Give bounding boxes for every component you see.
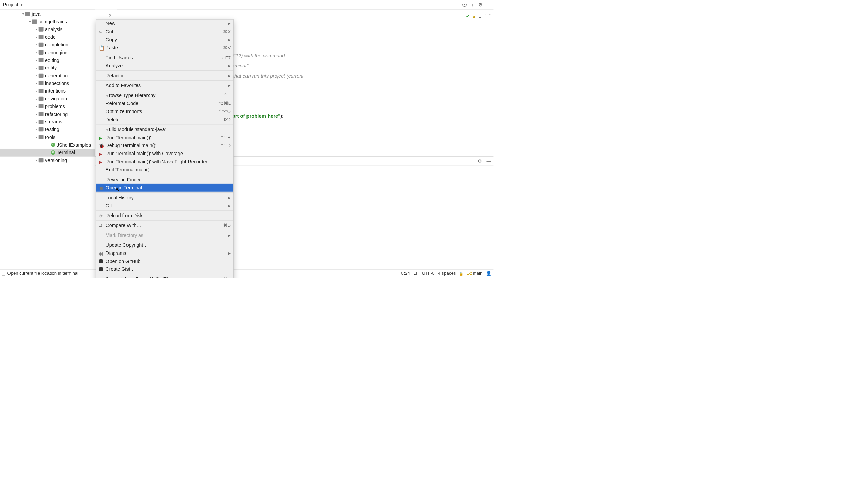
disclosure-twistie-icon[interactable]: ▸	[35, 27, 38, 32]
menu-item-label: Build Module 'standard-java'	[106, 126, 166, 132]
folder-icon	[39, 66, 44, 70]
disclosure-twistie-icon[interactable]: ▸	[35, 74, 38, 78]
tree-node-analysis[interactable]: ▸analysis	[0, 25, 95, 33]
tree-node-versioning[interactable]: ▸versioning	[0, 157, 95, 164]
menu-item-local-history[interactable]: Local History▸	[96, 194, 233, 202]
chevron-up-icon[interactable]: ˄	[484, 11, 486, 21]
menu-item-build-module-standard-java[interactable]: Build Module 'standard-java'	[96, 125, 233, 134]
editor-inspections-widget[interactable]: ✔ ▲ 1 ˄ ˅	[466, 11, 491, 21]
menu-item-run-terminal-main[interactable]: ▶Run 'Terminal.main()'⌃⇧R	[96, 133, 233, 141]
menu-item-browse-type-hierarchy[interactable]: Browse Type Hierarchy⌃H	[96, 91, 233, 99]
menu-item-find-usages[interactable]: Find Usages⌥F7	[96, 54, 233, 62]
collapse-icon[interactable]: ↕	[469, 1, 476, 8]
disclosure-twistie-icon[interactable]: ▾	[21, 12, 25, 16]
menu-shortcut: ⌘X	[223, 29, 231, 34]
branch-icon	[467, 271, 472, 276]
disclosure-twistie-icon[interactable]: ▸	[35, 66, 38, 70]
disclosure-twistie-icon[interactable]: ▸	[35, 89, 38, 93]
menu-item-run-terminal-main-with-coverage[interactable]: ▶Run 'Terminal.main()' with Coverage	[96, 149, 233, 158]
menu-shortcut: ⌘D	[223, 223, 231, 228]
disclosure-twistie-icon[interactable]: ▸	[35, 35, 38, 39]
run-icon: ▶	[99, 135, 103, 140]
git-branch[interactable]: main	[467, 271, 482, 276]
tree-node-refactoring[interactable]: ▸refactoring	[0, 110, 95, 118]
minimize-icon[interactable]: —	[486, 1, 492, 8]
menu-separator	[96, 240, 233, 240]
inspection-eye-icon[interactable]: 👤	[486, 271, 491, 276]
terminal-gear-icon[interactable]: ⚙	[477, 158, 483, 164]
tree-node-inspections[interactable]: ▸inspections	[0, 79, 95, 87]
disclosure-twistie-icon[interactable]: ▸	[35, 58, 38, 62]
menu-item-open-on-github[interactable]: Open on GitHub	[96, 257, 233, 265]
tree-node-navigation[interactable]: ▸navigation	[0, 95, 95, 103]
disclosure-twistie-icon[interactable]: ▾	[35, 135, 38, 140]
tree-node-intentions[interactable]: ▸intentions	[0, 87, 95, 95]
menu-item-analyze[interactable]: Analyze▸	[96, 62, 233, 70]
line-separator[interactable]: LF	[413, 271, 418, 276]
tree-node-tools[interactable]: ▾tools	[0, 133, 95, 141]
readonly-lock-icon[interactable]	[459, 271, 463, 276]
menu-item-reformat-code[interactable]: Reformat Code⌥⌘L	[96, 99, 233, 107]
tree-node-terminal[interactable]: Terminal	[0, 149, 95, 157]
disclosure-twistie-icon[interactable]: ▾	[28, 19, 32, 24]
project-dropdown[interactable]: Project ▼	[2, 1, 25, 8]
indent-setting[interactable]: 4 spaces	[438, 271, 456, 276]
tree-node-entity[interactable]: ▸entity	[0, 64, 95, 72]
menu-separator	[96, 192, 233, 193]
disclosure-twistie-icon[interactable]: ▸	[35, 81, 38, 85]
tree-node-generation[interactable]: ▸generation	[0, 72, 95, 80]
tree-node-debugging[interactable]: ▸debugging	[0, 48, 95, 56]
menu-item-cut[interactable]: ✂Cut⌘X	[96, 27, 233, 36]
menu-item-create-gist[interactable]: Create Gist…	[96, 265, 233, 273]
tree-node-com-jetbrains[interactable]: ▾com.jetbrains	[0, 18, 95, 25]
menu-item-run-terminal-main-with-java-flight-recorder[interactable]: ▶Run 'Terminal.main()' with 'Java Flight…	[96, 158, 233, 166]
toolwindow-quickaccess-icon[interactable]	[2, 272, 5, 275]
terminal-hide-icon[interactable]: —	[486, 158, 492, 164]
chevron-down-icon[interactable]: ˅	[489, 11, 491, 21]
menu-item-reload-from-disk[interactable]: ⟳Reload from Disk	[96, 211, 233, 220]
folder-icon	[39, 43, 44, 47]
tree-node-editing[interactable]: ▸editing	[0, 56, 95, 64]
file-encoding[interactable]: UTF-8	[422, 271, 435, 276]
menu-item-debug-terminal-main[interactable]: 🐞Debug 'Terminal.main()'⌃⇧D	[96, 141, 233, 149]
menu-item-update-copyright[interactable]: Update Copyright…	[96, 241, 233, 249]
menu-item-refactor[interactable]: Refactor▸	[96, 72, 233, 80]
menu-item-git[interactable]: Git▸	[96, 202, 233, 210]
disclosure-twistie-icon[interactable]: ▸	[35, 127, 38, 132]
tree-node-jshellexamples[interactable]: JShellExamples	[0, 141, 95, 149]
disclosure-twistie-icon[interactable]: ▸	[35, 158, 38, 163]
tree-node-problems[interactable]: ▸problems	[0, 102, 95, 110]
tree-node-testing[interactable]: ▸testing	[0, 126, 95, 134]
disclosure-twistie-icon[interactable]: ▸	[35, 120, 38, 124]
disclosure-twistie-icon[interactable]: ▸	[35, 43, 38, 47]
menu-item-open-in-terminal[interactable]: ▣Open in Terminal	[96, 184, 233, 192]
disclosure-twistie-icon[interactable]: ▸	[35, 104, 38, 109]
locate-icon[interactable]: ⦿	[461, 1, 468, 8]
menu-item-new[interactable]: New▸	[96, 19, 233, 27]
menu-item-add-to-favorites[interactable]: Add to Favorites▸	[96, 81, 233, 89]
menu-item-convert-java-file-to-kotlin-file[interactable]: Convert Java File to Kotlin File⌥⇧⌘K	[96, 275, 233, 277]
menu-item-label: Optimize Imports	[106, 108, 142, 114]
menu-item-delete[interactable]: Delete…⌦	[96, 116, 233, 124]
menu-item-copy[interactable]: Copy▸	[96, 36, 233, 44]
menu-item-optimize-imports[interactable]: Optimize Imports⌃⌥O	[96, 107, 233, 116]
tree-node-label: java	[32, 11, 40, 17]
tree-node-code[interactable]: ▸code	[0, 33, 95, 41]
caret-position[interactable]: 8:24	[401, 271, 410, 276]
tree-node-completion[interactable]: ▸completion	[0, 41, 95, 49]
menu-item-edit-terminal-main[interactable]: Edit 'Terminal.main()'…	[96, 166, 233, 174]
tree-node-java[interactable]: ▾java	[0, 10, 95, 18]
menu-separator	[96, 274, 233, 274]
disclosure-twistie-icon[interactable]: ▸	[35, 50, 38, 55]
menu-item-reveal-in-finder[interactable]: Reveal in Finder	[96, 176, 233, 184]
menu-shortcut: ⌘V	[223, 45, 231, 50]
tree-node-streams[interactable]: ▸streams	[0, 118, 95, 126]
menu-separator	[96, 124, 233, 125]
menu-item-diagrams[interactable]: ▦Diagrams▸	[96, 249, 233, 257]
menu-item-paste[interactable]: 📋Paste⌘V	[96, 44, 233, 52]
project-tree[interactable]: ▾java▾com.jetbrains▸analysis▸code▸comple…	[0, 9, 95, 269]
disclosure-twistie-icon[interactable]: ▸	[35, 112, 38, 116]
gear-icon[interactable]: ⚙	[477, 1, 484, 8]
menu-item-compare-with[interactable]: ⇄Compare With…⌘D	[96, 221, 233, 229]
disclosure-twistie-icon[interactable]: ▸	[35, 97, 38, 101]
